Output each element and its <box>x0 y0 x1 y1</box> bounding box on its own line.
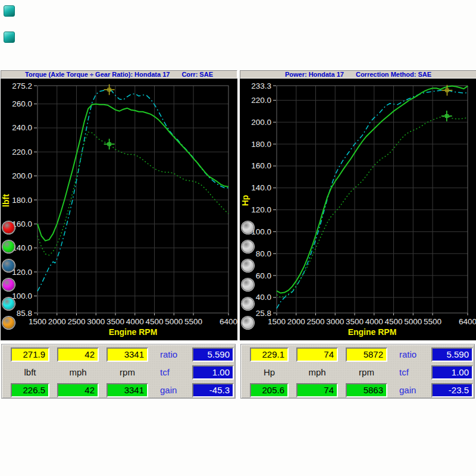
y-tick-label: 80.0 <box>256 249 271 258</box>
x-tick-label: 5500 <box>424 317 441 326</box>
rpm-cursor-a-value: 3341 <box>107 347 148 362</box>
speed-unit-label: mph <box>296 365 338 380</box>
torque-chart-title-bar: Torque (Axle Torque ÷ Gear Ratio): Honda… <box>1 70 237 79</box>
readout-row: 271.9 42 3341 ratio 5.590 lbft mph rpm t… <box>1 344 476 399</box>
y-tick-label: 160.0 <box>12 220 32 228</box>
torque-chart-plot[interactable]: 1500200025003000350040004500500055006400… <box>1 79 237 340</box>
power-chart-block: Power: Hondata 17 Correction Method: SAE… <box>240 70 476 340</box>
x-tick-label: 6400 <box>459 317 476 326</box>
power-unit-label: Hp <box>250 365 289 380</box>
tcf-value: 1.00 <box>431 365 473 380</box>
power-chart-plot[interactable]: 1500200025003000350040004500500055006400… <box>240 79 476 340</box>
x-tick-label: 2500 <box>306 317 324 326</box>
speed-cursor-c-value: 74 <box>296 383 338 397</box>
y-tick-label: 240.0 <box>12 123 32 132</box>
y-tick-label: 220.0 <box>251 96 271 105</box>
torque-run-b-curve <box>37 104 228 241</box>
power-readout-panel: 229.1 74 5872 ratio 5.590 Hp mph rpm tcf… <box>240 344 475 399</box>
y-tick-label: 25.8 <box>256 309 271 318</box>
x-tick-label: 2000 <box>48 317 66 326</box>
gain-value: -45.3 <box>192 383 234 397</box>
power-correction-label: Correction Method: SAE <box>356 71 431 78</box>
rpm-unit-label: rpm <box>107 365 148 380</box>
run-button-4[interactable] <box>242 278 254 291</box>
run-button-orange[interactable] <box>2 317 15 329</box>
power-chart-area: 1500200025003000350040004500500055006400… <box>240 79 476 340</box>
x-tick-label: 4000 <box>365 317 383 326</box>
tcf-label: tcf <box>156 365 184 380</box>
x-tick-label: 5500 <box>184 317 202 326</box>
rpm-cursor-c-value: 5863 <box>346 383 387 397</box>
y-tick-label: 85.8 <box>17 309 32 318</box>
y-tick-label: 180.0 <box>12 196 32 205</box>
y-tick-label: 200.0 <box>12 171 32 180</box>
y-tick-label: 140.0 <box>251 183 271 192</box>
x-tick-label: 6400 <box>220 317 237 326</box>
y-tick-label: 260.0 <box>12 99 32 108</box>
ratio-label: ratio <box>395 347 424 362</box>
gain-label: gain <box>395 383 424 397</box>
x-tick-label: 3500 <box>346 317 364 326</box>
run-button-6[interactable] <box>242 317 254 329</box>
y-tick-label: 180.0 <box>251 140 271 149</box>
run-button-2[interactable] <box>242 240 254 253</box>
torque-cursor-a-value: 271.9 <box>11 347 49 362</box>
rpm-unit-label: rpm <box>346 365 387 380</box>
x-tick-label: 4000 <box>126 317 144 326</box>
ratio-value: 5.590 <box>431 347 473 362</box>
torque-chart-title: Torque (Axle Torque ÷ Gear Ratio): Honda… <box>25 71 170 78</box>
power-run-buttons <box>242 221 254 329</box>
x-tick-label: 5000 <box>404 317 422 326</box>
x-axis-label: Engine RPM <box>348 327 397 337</box>
x-axis-label: Engine RPM <box>109 327 158 337</box>
charts-row: Torque (Axle Torque ÷ Gear Ratio): Honda… <box>1 70 476 340</box>
torque-unit-label: lbft <box>11 365 49 380</box>
y-axis-label: lbft <box>1 194 11 207</box>
ratio-label: ratio <box>156 347 184 362</box>
gallery-thumbnail-top-icon[interactable] <box>4 5 15 17</box>
y-tick-label: 233.3 <box>251 82 271 90</box>
rpm-cursor-c-value: 3341 <box>107 383 148 397</box>
x-tick-label: 3500 <box>107 317 124 326</box>
y-tick-label: 140.0 <box>12 243 32 252</box>
y-tick-label: 200.0 <box>251 118 271 127</box>
ratio-value: 5.590 <box>192 347 234 362</box>
y-tick-label: 220.0 <box>12 148 32 156</box>
run-button-red[interactable] <box>2 221 15 234</box>
rpm-cursor-a-value: 5872 <box>346 347 387 362</box>
tcf-label: tcf <box>395 365 424 380</box>
torque-readout-panel: 271.9 42 3341 ratio 5.590 lbft mph rpm t… <box>1 344 236 399</box>
x-tick-label: 1500 <box>29 317 46 326</box>
speed-cursor-a-value: 74 <box>296 347 338 362</box>
run-button-3[interactable] <box>242 259 254 272</box>
y-axis-label: Hp <box>240 195 250 206</box>
power-cursor-c-value: 205.6 <box>250 383 289 397</box>
run-button-5[interactable] <box>242 298 254 310</box>
x-tick-label: 4500 <box>385 317 403 326</box>
y-tick-label: 120.0 <box>12 268 32 277</box>
run-button-cyan[interactable] <box>2 298 15 310</box>
y-tick-label: 275.2 <box>12 82 32 90</box>
run-button-blue[interactable] <box>2 259 15 272</box>
gain-value: -23.5 <box>431 383 473 397</box>
torque-chart-area: 1500200025003000350040004500500055006400… <box>1 79 237 340</box>
power-chart-title-bar: Power: Hondata 17 Correction Method: SAE <box>240 70 476 79</box>
y-tick-label: 100.0 <box>12 292 32 300</box>
power-cursor-a-value: 229.1 <box>250 347 289 362</box>
tcf-value: 1.00 <box>192 365 234 380</box>
gallery-thumbnail-bottom-icon[interactable] <box>4 32 15 43</box>
y-tick-label: 120.0 <box>251 205 271 214</box>
run-button-magenta[interactable] <box>2 278 15 291</box>
power-run-c-curve <box>277 116 468 298</box>
run-button-1[interactable] <box>242 221 254 234</box>
y-tick-label: 40.0 <box>256 293 271 302</box>
speed-unit-label: mph <box>57 365 99 380</box>
power-run-b-curve <box>277 86 468 293</box>
x-tick-label: 5000 <box>165 317 183 326</box>
torque-correction-label: Corr: SAE <box>181 71 213 78</box>
run-button-green[interactable] <box>2 240 15 253</box>
x-tick-label: 3000 <box>87 317 105 326</box>
x-tick-label: 4500 <box>146 317 164 326</box>
x-tick-label: 1500 <box>268 317 286 326</box>
torque-chart-block: Torque (Axle Torque ÷ Gear Ratio): Honda… <box>1 70 237 340</box>
